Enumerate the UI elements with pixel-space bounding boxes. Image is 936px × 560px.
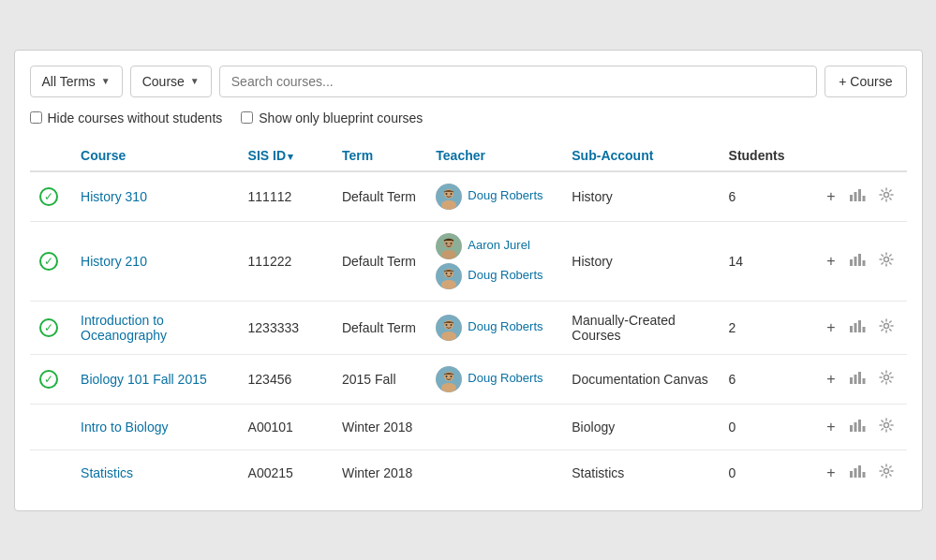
th-students[interactable]: Students <box>720 140 803 171</box>
svg-point-28 <box>446 324 448 326</box>
hide-courses-filter[interactable]: Hide courses without students <box>30 111 223 125</box>
status-cell: ✓ <box>30 301 72 354</box>
svg-rect-21 <box>854 257 856 266</box>
settings-action-button[interactable] <box>875 416 898 438</box>
teacher-entry: Doug Roberts <box>436 184 553 210</box>
teacher-link[interactable]: Doug Roberts <box>468 371 542 387</box>
teacher-link[interactable]: Aaron Jurel <box>468 238 529 254</box>
svg-rect-20 <box>850 259 853 266</box>
stats-action-button[interactable] <box>845 462 869 484</box>
svg-rect-40 <box>850 377 853 384</box>
course-link[interactable]: Statistics <box>81 465 133 480</box>
main-container: All Terms ▼ Course ▼ + Course Hide cours… <box>14 50 923 511</box>
svg-point-2 <box>441 200 456 210</box>
th-sisid[interactable]: SIS ID▾ <box>239 140 333 171</box>
sis-id-cell: A00215 <box>239 449 333 495</box>
add-action-button[interactable]: + <box>823 317 839 338</box>
add-action-button[interactable]: + <box>823 186 839 207</box>
th-actions <box>803 140 907 171</box>
stats-action-button[interactable] <box>845 250 869 273</box>
students-cell: 2 <box>720 301 803 354</box>
settings-action-button[interactable] <box>875 250 898 273</box>
teacher-entry: Doug Roberts <box>436 366 553 392</box>
sis-id-cell: 1233333 <box>239 301 333 354</box>
svg-rect-42 <box>858 372 861 384</box>
settings-action-button[interactable] <box>875 317 898 339</box>
sis-id-cell: 111112 <box>239 171 333 222</box>
teacher-link[interactable]: Doug Roberts <box>468 319 542 335</box>
blueprint-checkbox[interactable] <box>241 111 253 124</box>
svg-point-39 <box>451 376 453 377</box>
settings-action-button[interactable] <box>875 368 898 391</box>
svg-point-9 <box>884 192 888 197</box>
svg-point-24 <box>884 257 888 261</box>
th-term[interactable]: Term <box>333 140 426 171</box>
svg-rect-6 <box>854 192 856 201</box>
course-link[interactable]: Biology 101 Fall 2015 <box>81 372 207 387</box>
all-terms-dropdown[interactable]: All Terms ▼ <box>30 66 123 97</box>
add-action-button[interactable]: + <box>823 369 839 390</box>
blueprint-filter[interactable]: Show only blueprint courses <box>241 111 423 125</box>
chevron-down-icon: ▼ <box>101 76 111 86</box>
stats-action-button[interactable] <box>845 368 869 391</box>
status-cell: ✓ <box>30 221 72 301</box>
svg-rect-31 <box>854 323 856 332</box>
hide-courses-checkbox[interactable] <box>30 111 42 124</box>
actions-cell: + <box>803 221 907 301</box>
actions-cell: + <box>803 404 907 449</box>
course-link[interactable]: Introduction to Oceanography <box>81 313 167 343</box>
all-terms-label: All Terms <box>42 74 96 89</box>
term-cell: 2015 Fall <box>333 354 426 404</box>
teacher-link[interactable]: Doug Roberts <box>468 268 542 284</box>
sis-id-cell: 123456 <box>239 354 333 404</box>
actions-cell: + <box>803 301 907 354</box>
table-row: ✓Introduction to Oceanography1233333Defa… <box>30 301 907 354</box>
svg-rect-48 <box>862 426 865 432</box>
students-cell: 14 <box>720 221 803 301</box>
th-teacher[interactable]: Teacher <box>426 140 562 171</box>
add-action-button[interactable]: + <box>823 251 839 272</box>
teacher-cell <box>426 404 562 449</box>
students-cell: 6 <box>720 171 803 222</box>
table-header-row: Course SIS ID▾ Term Teacher Sub-Account … <box>30 140 907 171</box>
teacher-entry: Aaron Jurel <box>436 233 553 259</box>
svg-point-49 <box>884 422 888 427</box>
avatar <box>436 184 462 210</box>
status-cell: ✓ <box>30 354 72 404</box>
stats-action-button[interactable] <box>845 416 869 438</box>
avatar <box>436 263 462 289</box>
courses-table: Course SIS ID▾ Term Teacher Sub-Account … <box>30 140 907 495</box>
add-course-button[interactable]: + Course <box>825 66 906 97</box>
course-link[interactable]: History 310 <box>81 189 147 204</box>
add-action-button[interactable]: + <box>823 463 839 483</box>
svg-rect-43 <box>862 378 865 384</box>
course-link[interactable]: History 210 <box>81 254 147 269</box>
status-cell <box>30 449 72 495</box>
settings-action-button[interactable] <box>875 462 898 484</box>
sis-id-cell: 111222 <box>239 221 333 301</box>
table-row: Intro to BiologyA00101Winter 2018Biology… <box>30 404 907 449</box>
students-cell: 6 <box>720 354 803 404</box>
hide-courses-label: Hide courses without students <box>48 111 223 125</box>
add-action-button[interactable]: + <box>823 417 839 437</box>
avatar <box>436 315 462 341</box>
teacher-entry: Doug Roberts <box>436 315 553 341</box>
th-subaccount[interactable]: Sub-Account <box>562 140 719 171</box>
toolbar: All Terms ▼ Course ▼ + Course <box>30 66 907 97</box>
avatar <box>436 233 462 259</box>
settings-action-button[interactable] <box>875 185 898 208</box>
th-course[interactable]: Course <box>71 140 238 171</box>
stats-action-button[interactable] <box>845 317 869 339</box>
svg-rect-5 <box>850 195 853 201</box>
course-type-dropdown[interactable]: Course ▼ <box>130 66 212 97</box>
teacher-link[interactable]: Doug Roberts <box>468 188 542 204</box>
course-link[interactable]: Intro to Biology <box>81 420 168 435</box>
status-icon: ✓ <box>39 252 58 271</box>
status-icon: ✓ <box>39 187 58 206</box>
svg-rect-32 <box>858 320 861 332</box>
svg-point-38 <box>446 376 448 377</box>
svg-rect-8 <box>862 196 865 201</box>
svg-point-18 <box>446 273 448 274</box>
stats-action-button[interactable] <box>845 185 869 208</box>
search-input[interactable] <box>219 66 818 97</box>
